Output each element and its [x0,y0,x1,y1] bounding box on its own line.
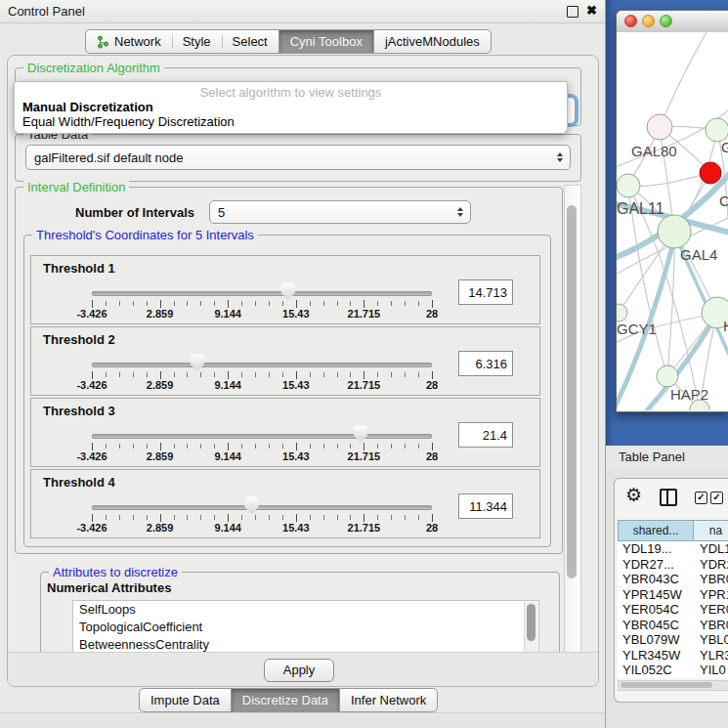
label-gal80: GAL80 [631,143,677,159]
table-row[interactable]: YLR345WYLR3 [618,648,728,664]
table-hscrollbar[interactable] [618,680,728,691]
close-traffic-light-icon[interactable] [624,15,637,27]
slider-scale-labels: -3.4262.8599.14415.4321.71528 [92,450,432,463]
attributes-label: Attributes to discretize [49,565,182,579]
node-red[interactable] [700,162,721,184]
table-cell-shared-name[interactable]: YBR043C [618,572,694,587]
column-header-name[interactable]: na [694,520,728,541]
attributes-scrollbar[interactable] [524,602,537,653]
slider-track[interactable] [92,505,432,510]
control-panel: Control Panel ✖ Network Style Select Cyn… [0,0,605,728]
node-hap2[interactable] [657,365,678,387]
threshold-value-box[interactable]: 11.344 [458,493,513,519]
tab-network-label: Network [114,34,161,49]
numerical-attribute-item[interactable]: TopologicalCoefficient [73,619,538,636]
table-cell-shared-name[interactable]: YDR27... [618,557,694,573]
table-row[interactable]: YBR043CYBR0 [618,572,728,587]
table-cell-shared-name[interactable]: YBR045C [618,618,694,633]
gear-icon[interactable]: ⚙ [625,484,642,506]
apply-button[interactable]: Apply [264,659,334,682]
table-cell-name[interactable]: YER0 [694,602,728,618]
table-cell-name[interactable]: YDR2 [694,557,728,573]
table-row[interactable]: YBL079WYBL0 [618,632,728,648]
numerical-attribute-item[interactable]: SelfLoops [73,601,538,619]
table-row[interactable]: YPR145WYPR1 [618,587,728,603]
interval-definition-label: Interval Definition [23,180,129,194]
apply-bar: Apply [8,652,598,687]
numerical-attributes-label: Numerical Attributes [47,580,171,595]
slider-thumb[interactable] [244,496,260,514]
panel-scroll-thumb[interactable] [567,205,577,578]
number-of-intervals-label: Number of Intervals [75,205,194,220]
slider-thumb[interactable] [190,354,205,371]
table-cell-shared-name[interactable]: YLR345W [618,648,694,664]
network-icon [97,35,109,49]
checkbox-icon[interactable]: ✓ [710,492,723,504]
threshold-value-box[interactable]: 6.316 [458,351,513,376]
table-hscroll-thumb[interactable] [621,682,712,688]
popup-item-manual-discretization[interactable]: Manual Discretization [22,100,153,114]
float-window-icon[interactable] [567,6,578,18]
node-gal11[interactable] [617,174,640,197]
popup-item-equal-width-frequency[interactable]: Equal Width/Frequency Discretization [22,114,235,129]
tab-impute-data[interactable]: Impute Data [140,689,231,711]
slider-thumb[interactable] [280,282,296,300]
table-row[interactable]: YDR27...YDR2 [618,557,728,573]
label-c: C [719,193,728,209]
slider-track[interactable] [92,291,432,296]
split-columns-icon[interactable] [660,489,677,506]
minimize-traffic-light-icon[interactable] [642,15,655,27]
tab-network[interactable]: Network [86,30,172,53]
table-cell-name[interactable]: YBR0 [694,618,728,633]
table-cell-shared-name[interactable]: YIL052C [618,663,694,678]
table-cell-name[interactable]: YBL0 [694,632,728,648]
tab-style[interactable]: Style [172,30,222,53]
table-row[interactable]: YIL052CYIL0 [618,663,728,678]
table-row[interactable]: YER054CYER0 [618,602,728,618]
tab-discretize-data[interactable]: Discretize Data [231,689,339,711]
table-cell-shared-name[interactable]: YER054C [618,602,694,618]
slider-track[interactable] [92,363,432,367]
slider-track[interactable] [92,434,432,439]
close-icon[interactable]: ✖ [586,3,597,18]
table-panel-title: Table Panel [619,450,685,464]
node-gcy1[interactable] [617,304,627,321]
numerical-attributes-list[interactable]: SelfLoopsTopologicalCoefficientBetweenne… [72,600,539,655]
table-data-group: Table Data galFiltered.sif default node [15,134,581,182]
table-data-select-value: galFiltered.sif default node [34,150,183,165]
table-cell-shared-name[interactable]: YBL079W [618,632,694,648]
algorithm-popup-hint: Select algorithm to view settings [15,85,567,100]
table-row[interactable]: YDL19...YDL1 [618,541,728,557]
network-window-titlebar[interactable] [617,11,728,33]
table-data-select[interactable]: galFiltered.sif default node [25,145,571,170]
checkbox-icon[interactable]: ✓ [695,492,707,504]
table-cell-shared-name[interactable]: YPR145W [618,587,694,603]
tab-select[interactable]: Select [222,30,278,53]
threshold-value-box[interactable]: 14.713 [458,279,513,305]
zoom-traffic-light-icon[interactable] [660,15,672,27]
table-cell-shared-name[interactable]: YDL19... [618,541,694,557]
bottom-strip [0,713,605,728]
slider-thumb[interactable] [353,425,368,443]
table-row[interactable]: YBR045CYBR0 [618,618,728,633]
table-cell-name[interactable]: YBR0 [694,572,728,587]
label-h: H [723,318,728,334]
top-tab-bar: Network Style Select Cyni Toolbox jActiv… [85,29,492,54]
table-cell-name[interactable]: YLR3 [694,648,728,664]
network-canvas[interactable]: GAL80 GA GAL11 C GAL4 GCY1 H HAP2 [617,32,728,410]
tab-infer-network[interactable]: Infer Network [339,689,437,711]
tab-cyni-toolbox[interactable]: Cyni Toolbox [278,30,373,53]
attributes-scroll-thumb[interactable] [527,604,535,641]
column-header-shared-name[interactable]: shared... [618,520,694,541]
network-window[interactable]: GAL80 GA GAL11 C GAL4 GCY1 H HAP2 [616,10,728,412]
table-cell-name[interactable]: YPR1 [694,587,728,603]
panel-scrollbar[interactable] [564,185,581,683]
node-gal80[interactable] [647,114,672,140]
node-gal4[interactable] [658,215,691,248]
table-cell-name[interactable]: YDL1 [694,541,728,557]
slider-scale-labels: -3.4262.8599.14415.4321.71528 [92,522,432,535]
number-of-intervals-select[interactable]: 5 [209,200,471,224]
tab-jactivemnodules[interactable]: jActiveMNodules [373,30,491,53]
threshold-value-box[interactable]: 21.4 [458,422,513,448]
table-cell-name[interactable]: YIL0 [694,663,728,678]
